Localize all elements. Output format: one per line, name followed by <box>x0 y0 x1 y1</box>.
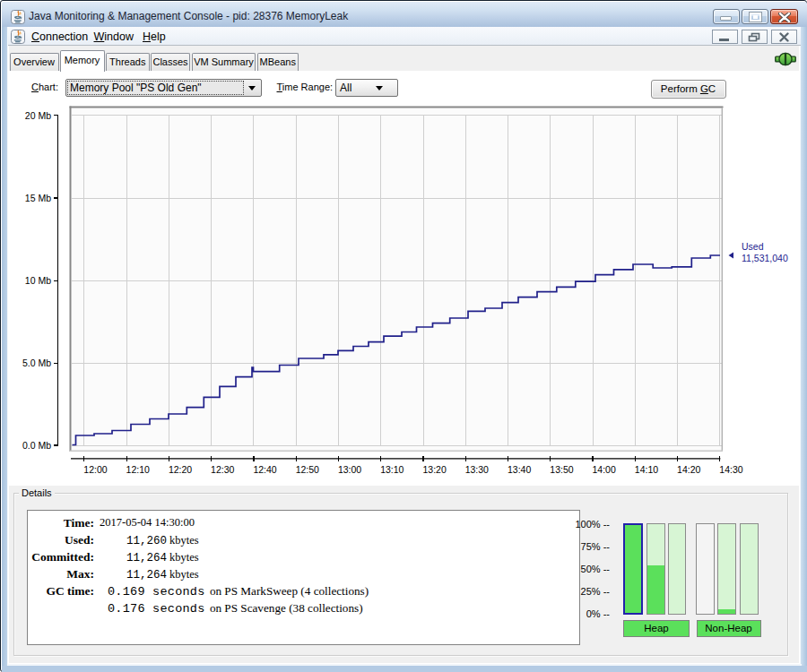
svg-text:13:40: 13:40 <box>508 464 531 475</box>
svg-text:12:30: 12:30 <box>211 464 234 475</box>
svg-text:14:20: 14:20 <box>677 464 700 475</box>
svg-text:12:00: 12:00 <box>83 464 107 475</box>
svg-text:Used: Used <box>742 241 764 252</box>
svg-text:0.0 Mb: 0.0 Mb <box>22 440 51 451</box>
svg-text:20 Mb: 20 Mb <box>25 110 51 121</box>
svg-text:14:30: 14:30 <box>719 464 742 475</box>
svg-text:13:20: 13:20 <box>423 464 447 475</box>
svg-text:13:30: 13:30 <box>465 464 489 475</box>
svg-text:12:10: 12:10 <box>126 464 150 475</box>
svg-text:13:00: 13:00 <box>338 464 361 475</box>
svg-text:13:50: 13:50 <box>550 464 573 475</box>
svg-text:14:10: 14:10 <box>635 464 658 475</box>
svg-text:10 Mb: 10 Mb <box>25 275 51 286</box>
svg-text:5.0 Mb: 5.0 Mb <box>22 358 51 368</box>
svg-text:12:50: 12:50 <box>296 464 319 475</box>
svg-text:14:00: 14:00 <box>593 464 616 475</box>
svg-text:13:10: 13:10 <box>380 464 404 475</box>
svg-text:15 Mb: 15 Mb <box>25 193 51 203</box>
svg-text:12:20: 12:20 <box>169 464 192 475</box>
svg-text:11,531,040: 11,531,040 <box>742 253 788 263</box>
svg-text:12:40: 12:40 <box>253 464 276 475</box>
